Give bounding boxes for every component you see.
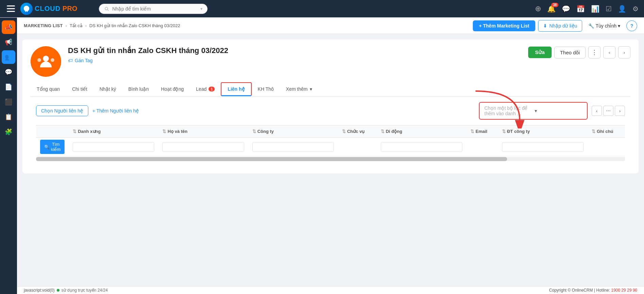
filter-placeholder: Chọn một bộ lọc để thêm vào danh ... bbox=[484, 105, 532, 116]
tab-lead[interactable]: Lead 1 bbox=[190, 83, 221, 96]
chart-icon[interactable]: 📊 bbox=[591, 5, 600, 13]
horizontal-scrollbar[interactable] bbox=[36, 157, 625, 161]
table-next-button[interactable]: › bbox=[615, 106, 625, 116]
logo: CLOUDPRO bbox=[20, 3, 77, 15]
filter-ho-va-ten[interactable] bbox=[162, 142, 244, 152]
tab-hoat-dong[interactable]: Hoạt động bbox=[155, 83, 190, 96]
tag-icon: 🏷 bbox=[68, 58, 73, 63]
col-danh-xung[interactable]: ⇅Danh xưng bbox=[69, 125, 158, 138]
sidebar-item-megaphone[interactable]: 📣 bbox=[2, 20, 15, 34]
search-row-icon: 🔍 bbox=[44, 144, 50, 150]
table-prev-button[interactable]: ‹ bbox=[592, 106, 602, 116]
customize-button[interactable]: 🔧 Tùy chỉnh ▾ bbox=[585, 20, 624, 31]
filter-dropdown[interactable]: Chọn một bộ lọc để thêm vào danh ... ▾ bbox=[479, 102, 588, 120]
sidebar-item-doc[interactable]: 📄 bbox=[2, 80, 15, 94]
hotline-number[interactable]: 1900 29 29 90 bbox=[611, 288, 637, 293]
filter-di-dong[interactable] bbox=[381, 142, 462, 152]
record-title: DS KH gửi tin nhắn Zalo CSKH tháng 03/20… bbox=[68, 46, 521, 55]
breadcrumb-current: DS KH gửi tin nhắn Zalo CSKH tháng 03/20… bbox=[89, 23, 180, 28]
tab-kh-tho[interactable]: KH Thô bbox=[252, 83, 280, 96]
sidebar-item-filter[interactable]: ⬛ bbox=[2, 95, 15, 109]
col-email[interactable]: ⇅Email bbox=[466, 125, 498, 138]
filter-dt-cong-ty[interactable] bbox=[502, 142, 584, 152]
table-more-button[interactable]: ··· bbox=[603, 106, 613, 116]
search-bar[interactable]: ▾ bbox=[99, 4, 208, 14]
sidebar-item-people[interactable]: 👥 bbox=[2, 50, 15, 64]
tab-lien-he[interactable]: Liên hệ bbox=[221, 82, 251, 96]
user-icon[interactable]: 👤 bbox=[618, 5, 626, 13]
tab-nhat-ky[interactable]: Nhật ký bbox=[93, 83, 122, 96]
col-di-dong[interactable]: ⇅Di động bbox=[377, 125, 466, 138]
import-icon: ⬇ bbox=[543, 23, 547, 29]
prev-record-button[interactable]: ‹ bbox=[603, 46, 615, 58]
follow-button[interactable]: Theo dõi bbox=[554, 47, 586, 58]
filter-chevron-icon: ▾ bbox=[535, 108, 582, 114]
add-icon[interactable]: ⊕ bbox=[535, 4, 541, 13]
chat-icon[interactable]: 💬 bbox=[562, 5, 570, 13]
expand-icon: ▾ bbox=[310, 86, 312, 92]
tab-tong-quan[interactable]: Tổng quan bbox=[31, 83, 66, 96]
more-options-button[interactable]: ⋮ bbox=[588, 46, 601, 58]
tab-binh-luan[interactable]: Bình luận bbox=[122, 83, 155, 96]
settings-icon[interactable]: ⚙ bbox=[632, 5, 639, 13]
chevron-down-icon: ▾ bbox=[618, 23, 620, 29]
filter-cong-ty[interactable] bbox=[252, 142, 334, 152]
next-record-button[interactable]: › bbox=[618, 46, 630, 58]
status-bar: javascript:void(0) sử dụng trực tuyến 24… bbox=[24, 288, 108, 293]
svg-point-1 bbox=[37, 58, 41, 62]
status-text: sử dụng trực tuyến 24/24 bbox=[61, 288, 108, 293]
breadcrumb-sep2: › bbox=[85, 23, 87, 28]
wrench-icon: 🔧 bbox=[588, 23, 594, 29]
help-button[interactable]: ? bbox=[626, 20, 637, 31]
lead-badge: 1 bbox=[209, 87, 215, 91]
add-marketing-list-button[interactable]: + Thêm Marketing List bbox=[473, 20, 535, 31]
sidebar-item-list[interactable]: 📋 bbox=[2, 110, 15, 124]
col-ho-va-ten[interactable]: ⇅Họ và tên bbox=[158, 125, 248, 138]
notification-badge: 38 bbox=[551, 3, 558, 7]
search-input[interactable] bbox=[112, 6, 198, 12]
contacts-table: ⇅Danh xưng ⇅Họ và tên ⇅Công ty ⇅Chức vụ … bbox=[36, 125, 625, 156]
breadcrumb-all[interactable]: Tất cả bbox=[70, 23, 83, 28]
sidebar-item-puzzle[interactable]: 🧩 bbox=[2, 125, 15, 139]
search-button[interactable]: 🔍 Tìm kiếm bbox=[40, 140, 65, 154]
breadcrumb-sep1: › bbox=[66, 23, 67, 28]
import-data-button[interactable]: ⬇ Nhập dữ liệu bbox=[538, 20, 582, 32]
select-person-button[interactable]: Chọn Người liên hệ bbox=[36, 105, 88, 116]
tab-xem-them[interactable]: Xem thêm ▾ bbox=[280, 83, 318, 96]
svg-point-2 bbox=[51, 58, 54, 62]
col-dt-cong-ty[interactable]: ⇅ĐT công ty bbox=[498, 125, 588, 138]
col-cong-ty[interactable]: ⇅Công ty bbox=[248, 125, 338, 138]
hamburger-button[interactable] bbox=[5, 3, 16, 14]
breadcrumb-root: MARKETING LIST bbox=[24, 23, 63, 28]
add-person-button[interactable]: + Thêm Người liên hệ bbox=[92, 108, 139, 114]
calendar-icon[interactable]: 📅 bbox=[576, 5, 585, 13]
status-dot bbox=[57, 289, 59, 292]
notification-icon[interactable]: 🔔 38 bbox=[547, 5, 556, 13]
search-row: 🔍 Tìm kiếm bbox=[36, 138, 625, 156]
scrollbar-thumb[interactable] bbox=[36, 157, 507, 161]
url-display: javascript:void(0) bbox=[24, 288, 55, 293]
filter-danh-xung[interactable] bbox=[73, 142, 154, 152]
tag-link[interactable]: 🏷 Gán Tag bbox=[68, 58, 521, 63]
tab-bar: Tổng quan Chi tiết Nhật ký Bình luận Hoạ… bbox=[31, 82, 630, 97]
col-chuc-vu[interactable]: ⇅Chức vụ bbox=[338, 125, 377, 138]
sidebar-item-speaker[interactable]: 📢 bbox=[2, 35, 15, 49]
edit-button[interactable]: Sửa bbox=[528, 47, 551, 58]
sidebar-item-chat[interactable]: 💬 bbox=[2, 65, 15, 79]
tab-chi-tiet[interactable]: Chi tiết bbox=[66, 83, 93, 96]
search-icon bbox=[104, 6, 109, 12]
col-ghi-chu[interactable]: ⇅Ghi chú bbox=[588, 125, 625, 138]
copyright-text: Copyright © OnlineCRM | Hotline: 1900 29… bbox=[549, 288, 637, 293]
search-chevron-icon: ▾ bbox=[200, 6, 202, 11]
tasks-icon[interactable]: ☑ bbox=[606, 5, 612, 13]
svg-point-0 bbox=[43, 56, 49, 62]
record-avatar bbox=[31, 46, 61, 77]
